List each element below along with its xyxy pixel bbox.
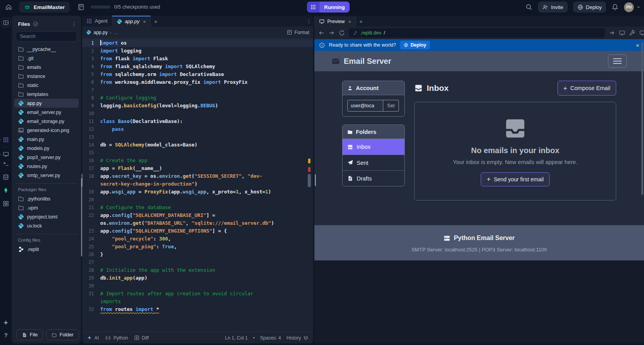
banner-close-icon[interactable]: × — [636, 42, 639, 49]
chevron-down-icon[interactable] — [636, 5, 641, 9]
code-line[interactable]: 24 "pool_recycle": 300, — [82, 235, 313, 243]
search-icon[interactable] — [525, 4, 532, 11]
tab-app-py[interactable]: app.py × — [112, 16, 151, 27]
code-line[interactable]: 10 — [82, 110, 313, 117]
code-line[interactable]: 22app.config["SQLALCHEMY_DATABASE_URI"] … — [82, 211, 313, 219]
preview-rail-icon[interactable] — [2, 150, 10, 159]
code-line[interactable]: 26} — [82, 251, 313, 258]
language-status-button[interactable]: {✓} Python — [105, 335, 128, 341]
spaces-setting[interactable]: Spaces: 4 — [260, 335, 281, 341]
editor-scrollbar[interactable] — [307, 38, 312, 332]
diff-status-button[interactable]: Diff — [134, 335, 149, 341]
folder-row[interactable]: .pythonlibs — [14, 194, 79, 203]
file-row[interactable]: app.py — [14, 99, 79, 108]
toggle-sidebar-icon[interactable] — [1, 18, 11, 27]
breadcrumb-more[interactable]: ... — [114, 30, 119, 35]
file-row[interactable]: email_server.py — [14, 108, 79, 117]
devtools-icon[interactable] — [629, 30, 635, 36]
code-line[interactable]: 12 pass — [82, 125, 313, 133]
code-line[interactable]: 16# Create the app — [82, 157, 313, 164]
account-email-input[interactable] — [347, 100, 383, 112]
cursor-position[interactable]: Ln 1, Col 1 — [225, 335, 248, 341]
file-row[interactable]: .replit — [14, 245, 79, 254]
code-line[interactable]: 21# Configure the database — [82, 204, 313, 211]
help-rail-icon[interactable]: ? — [2, 331, 10, 340]
folder-row[interactable]: static — [14, 81, 79, 90]
new-file-button[interactable]: File — [16, 329, 43, 340]
code-line[interactable]: secret-key-change-in-production") — [82, 180, 313, 188]
checkpoints-icon[interactable] — [78, 4, 85, 11]
forward-icon[interactable] — [328, 30, 335, 36]
agent-rail-icon[interactable] — [2, 135, 10, 144]
file-row[interactable]: pyproject.toml — [14, 212, 79, 221]
history-button[interactable]: History — [287, 335, 308, 341]
scrollbar-thumb[interactable] — [308, 174, 311, 187]
tab-preview[interactable]: Preview × — [314, 16, 356, 27]
code-line[interactable]: 6from werkzeug.middleware.proxy_fix impo… — [82, 78, 313, 86]
code-line[interactable]: 31# Import routes after app creation to … — [82, 290, 313, 298]
code-line[interactable]: os.environ.get("DATABASE_URL", "sqlite:/… — [82, 219, 313, 227]
code-line[interactable]: 28# Initialize the app with the extensio… — [82, 266, 313, 274]
file-row[interactable]: uv.lock — [14, 221, 79, 230]
code-line[interactable]: 7 — [82, 86, 313, 94]
code-line[interactable]: 2import logging — [82, 47, 313, 55]
app-brand[interactable]: Email Server — [332, 57, 391, 66]
set-account-button[interactable]: Set — [383, 100, 399, 112]
code-line[interactable]: 20 — [82, 196, 313, 204]
code-editor[interactable]: 1import os2import logging3from flask imp… — [82, 38, 313, 332]
code-line[interactable]: 13 — [82, 133, 313, 141]
folder-row[interactable]: .git — [14, 54, 79, 63]
notifications-bell-icon[interactable] — [612, 4, 619, 11]
new-tab-button[interactable]: + — [356, 16, 366, 27]
breadcrumb-file[interactable]: app.py — [94, 30, 108, 35]
new-folder-button[interactable]: Folder — [46, 329, 79, 340]
close-tab-icon[interactable]: × — [143, 19, 146, 25]
code-line[interactable]: 18app.secret_key = os.environ.get("SESSI… — [82, 172, 313, 180]
url-input[interactable]: .replit.dev/ — [349, 28, 605, 38]
format-button[interactable]: Format — [287, 30, 309, 35]
folder-row[interactable]: emails — [14, 63, 79, 72]
folder-item-sent[interactable]: Sent — [343, 155, 404, 170]
code-line[interactable]: 14db = SQLAlchemy(model_class=Base) — [82, 141, 313, 149]
file-row[interactable]: smtp_server.py — [14, 171, 79, 180]
database-rail-icon[interactable] — [2, 173, 10, 181]
code-line[interactable]: 4from flask_sqlalchemy import SQLAlchemy — [82, 63, 313, 70]
code-line[interactable]: 32from routes import * — [82, 305, 313, 313]
file-row[interactable]: generated-icon.png — [14, 126, 79, 135]
code-line[interactable]: 19app.wsgi_app = ProxyFix(app.wsgi_app, … — [82, 188, 313, 196]
send-first-email-button[interactable]: + Send your first email — [481, 172, 550, 186]
code-line[interactable]: 3from flask import Flask — [82, 55, 313, 63]
file-row[interactable]: email_storage.py — [14, 117, 79, 126]
code-line[interactable]: 25 "pool_pre_ping": True, — [82, 243, 313, 251]
file-row[interactable]: routes.py — [14, 162, 79, 171]
files-search-input[interactable] — [16, 34, 77, 39]
deployments-rail-icon[interactable] — [2, 186, 10, 195]
code-line[interactable]: 11class Base(DeclarativeBase): — [82, 117, 313, 125]
avatar[interactable]: PH — [624, 2, 634, 12]
files-search[interactable] — [16, 31, 77, 42]
go-icon[interactable] — [609, 30, 615, 36]
extensions-rail-icon[interactable] — [2, 199, 10, 208]
project-pill[interactable]: EmailMaster — [19, 2, 70, 13]
navbar-toggler[interactable] — [608, 54, 627, 68]
code-line[interactable]: 9logging.basicConfig(level=logging.DEBUG… — [82, 102, 313, 110]
new-window-icon[interactable] — [619, 30, 625, 36]
editor-pane-menu-icon[interactable]: ⋮ — [305, 16, 313, 27]
code-line[interactable]: 30 — [82, 282, 313, 290]
open-external-icon[interactable] — [639, 30, 644, 36]
invite-button[interactable]: Invite — [538, 2, 567, 13]
file-row[interactable]: pop3_server.py — [14, 153, 79, 162]
panel-resize-handle[interactable] — [315, 174, 316, 186]
code-line[interactable]: 1import os — [82, 39, 313, 47]
tab-agent[interactable]: Agent — [82, 16, 112, 27]
preview-scrollbar[interactable] — [641, 42, 643, 195]
banner-deploy-button[interactable]: Deploy — [400, 41, 430, 49]
code-line[interactable]: 5from sqlalchemy.orm import DeclarativeB… — [82, 70, 313, 78]
ai-status-button[interactable]: AI — [87, 335, 99, 341]
code-line[interactable]: 29db.init_app(app) — [82, 274, 313, 282]
code-line[interactable]: 17app = Flask(__name__) — [82, 164, 313, 172]
run-status-button[interactable]: Running — [307, 2, 350, 13]
code-line[interactable]: imports — [82, 298, 313, 305]
close-tab-icon[interactable]: × — [348, 19, 351, 25]
new-tab-button[interactable]: + — [151, 16, 161, 27]
